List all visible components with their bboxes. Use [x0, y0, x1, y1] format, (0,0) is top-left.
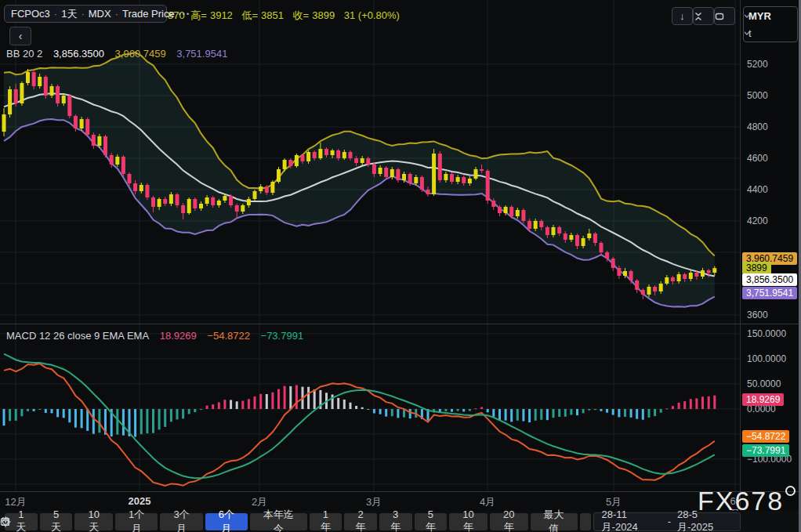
candle	[361, 158, 364, 163]
macd-histogram-bar	[576, 409, 578, 415]
macd-histogram-bar	[9, 409, 11, 421]
candle	[67, 96, 71, 116]
macd-histogram-bar	[708, 396, 710, 409]
pane-divider[interactable]	[0, 324, 801, 324]
candle	[85, 119, 89, 135]
macd-histogram-bar	[68, 409, 71, 422]
macd-histogram-bar	[516, 409, 519, 421]
candle	[438, 154, 442, 180]
macd-histogram-bar	[20, 409, 23, 416]
candle	[229, 196, 233, 205]
range-button-5天[interactable]: 5天	[40, 513, 73, 530]
macd-histogram-bar	[33, 409, 35, 411]
macd-histogram-bar	[606, 409, 608, 413]
candle	[564, 233, 567, 240]
candle	[92, 135, 96, 146]
macd-histogram-bar	[63, 409, 65, 418]
back-button[interactable]: ‹	[9, 27, 31, 45]
macd-histogram-bar	[81, 409, 83, 428]
price-tick-4600: 4600	[747, 152, 768, 165]
candle	[659, 284, 663, 291]
macd-indicator-legend[interactable]: MACD 12 26 close 9 EMA EMA 18.9269 −54.8…	[6, 330, 311, 342]
macd-histogram-bar	[146, 409, 148, 433]
macd-histogram-bar	[284, 386, 286, 409]
currency-dropdown[interactable]: MYR	[744, 7, 797, 24]
bb-indicator-legend[interactable]: BB 20 2 3,856.3500 3,960.7459 3,751.9541	[6, 48, 235, 60]
maximize-pane-button[interactable]	[714, 7, 735, 25]
macd-histogram-bar	[505, 409, 507, 421]
interval-label: 1天	[61, 7, 77, 21]
range-button-1个月[interactable]: 1个月	[115, 513, 158, 530]
candle	[707, 270, 711, 273]
range-button-3年[interactable]: 3年	[379, 513, 412, 530]
macd-tick: 150.0000	[747, 328, 786, 340]
more-menu-icon[interactable]: •••	[179, 10, 190, 18]
symbol-legend[interactable]: FCPOc3 · 1天 · MDX · Trade Price •••	[4, 5, 167, 23]
macd-histogram-bar	[38, 409, 41, 410]
candle	[62, 96, 66, 103]
trading-chart-app: FCPOc3 · 1天 · MDX · Trade Price ••• 870 …	[0, 0, 801, 532]
range-button-3个月[interactable]: 3个月	[160, 513, 202, 530]
candle	[677, 274, 681, 281]
scroll-to-recent-button[interactable]: ↓	[672, 7, 693, 25]
candle	[235, 205, 239, 212]
range-button-10天[interactable]: 10天	[74, 513, 113, 530]
chevron-down-icon	[744, 31, 750, 35]
bb-title[interactable]: BB 20 2	[6, 48, 42, 60]
candle	[97, 136, 101, 146]
macd-label-pill: 18.9269	[742, 393, 784, 406]
candle	[396, 169, 400, 180]
price-scale-axis[interactable]: MYR t 5200500048004600440042003600150.00…	[740, 0, 801, 511]
candle	[671, 277, 675, 281]
range-button-1年[interactable]: 1年	[310, 513, 343, 530]
macd-histogram-bar	[361, 407, 364, 409]
candle	[349, 152, 353, 158]
candle	[456, 177, 460, 182]
collapse-pane-button[interactable]	[693, 7, 714, 25]
macd-histogram-bar	[409, 409, 411, 418]
macd-histogram-bar	[678, 403, 680, 409]
range-button-20年[interactable]: 20年	[490, 513, 528, 530]
candle	[534, 221, 538, 229]
candle	[569, 235, 573, 240]
candle	[694, 273, 698, 277]
range-button-5年[interactable]: 5年	[415, 513, 448, 530]
range-button-10年[interactable]: 10年	[449, 513, 487, 530]
candle	[468, 179, 472, 183]
candle	[32, 72, 36, 86]
candle	[641, 290, 645, 295]
macd-histogram-bar	[475, 408, 477, 409]
range-button-6个月[interactable]: 6个月	[205, 513, 248, 530]
range-button-本年迄今[interactable]: 本年迄今	[250, 513, 307, 530]
macd-histogram-bar	[254, 396, 256, 409]
candle	[313, 152, 317, 158]
axis-divider	[0, 491, 801, 492]
macd-title[interactable]: MACD 12 26 close 9 EMA EMA	[6, 330, 149, 342]
macd-histogram-bar	[451, 409, 453, 412]
price-label-pill: 3,751.9541	[742, 287, 797, 299]
candle	[270, 182, 274, 193]
range-button-2年[interactable]: 2年	[344, 513, 377, 530]
candle	[366, 158, 370, 165]
candle	[414, 177, 418, 183]
macd-chart-canvas[interactable]	[0, 324, 740, 491]
candle	[450, 174, 454, 182]
macd-histogram-bar	[528, 409, 531, 422]
macd-histogram-bar	[182, 409, 184, 418]
arrow-down-icon: ↓	[680, 10, 685, 22]
macd-histogram-bar	[51, 409, 53, 413]
candle	[653, 287, 657, 291]
price-tick-3600: 3600	[747, 309, 768, 321]
candle	[2, 114, 6, 132]
range-button-最大值[interactable]: 最大值	[531, 513, 578, 530]
unit-dropdown[interactable]: t	[744, 24, 797, 42]
candle	[647, 287, 651, 295]
candle	[306, 152, 310, 161]
macd-histogram-bar	[660, 409, 662, 413]
candle	[158, 199, 161, 207]
candle	[80, 119, 84, 128]
range-settings-button[interactable]	[580, 513, 591, 530]
macd-histogram-bar	[176, 409, 179, 419]
candle	[509, 207, 513, 216]
macd-histogram-bar	[469, 409, 471, 411]
